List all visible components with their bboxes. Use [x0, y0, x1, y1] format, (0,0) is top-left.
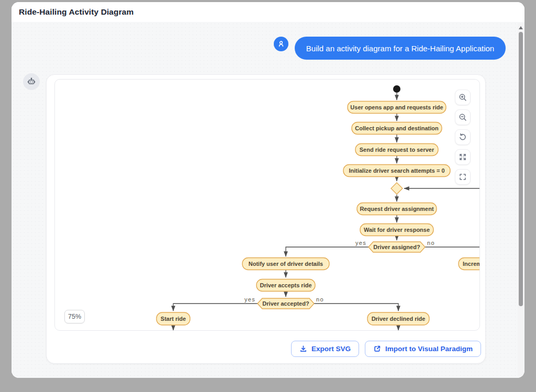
diagram-node-notify-user-label: Notify user of driver details	[249, 261, 323, 267]
scrollbar-thumb[interactable]	[519, 32, 523, 306]
user-chat-bubble: Build an activity diagram for a Ride-Hai…	[295, 37, 506, 60]
diagram-node-request-assignment-label: Request driver assignment	[360, 206, 434, 212]
user-avatar	[274, 37, 288, 51]
diagram-node-user-opens-app-label: User opens app and requests ride	[350, 104, 443, 110]
fullscreen-button[interactable]	[455, 169, 471, 185]
expand-button[interactable]	[455, 149, 471, 165]
diagram-card: User opens app and requests rideCollect …	[46, 74, 486, 364]
activity-diagram: User opens app and requests rideCollect …	[55, 80, 480, 331]
title-bar: Ride-Hailing Activity Diagram	[12, 2, 524, 22]
zoom-in-icon	[459, 93, 467, 102]
page-title: Ride-Hailing Activity Diagram	[19, 7, 133, 17]
diagram-node-driver-accepted-label: Driver accepted?	[262, 300, 309, 307]
import-visual-paradigm-button[interactable]: Import to Visual Paradigm	[365, 341, 481, 357]
zoom-out-icon	[459, 113, 467, 121]
person-icon	[277, 40, 285, 48]
download-icon	[299, 345, 307, 353]
diagram-node-start	[393, 85, 400, 93]
edge-label: no	[316, 296, 324, 303]
diagram-node-start-ride-label: Start ride	[161, 316, 186, 322]
import-visual-paradigm-label: Import to Visual Paradigm	[385, 345, 473, 353]
export-svg-label: Export SVG	[311, 345, 351, 353]
diagram-canvas[interactable]: User opens app and requests rideCollect …	[54, 79, 480, 331]
diagram-node-collect-pickup-label: Collect pickup and destination	[355, 125, 439, 131]
diagram-node-merge	[391, 183, 403, 194]
fullscreen-icon	[459, 173, 467, 181]
diagram-edge	[314, 304, 398, 311]
scrollbar-up-arrow-icon[interactable]	[519, 26, 523, 29]
diagram-node-wait-response-label: Wait for driver response	[364, 227, 430, 233]
external-link-icon	[373, 345, 381, 353]
diagram-node-driver-accepts-label: Driver accepts ride	[260, 282, 311, 288]
card-actions: Export SVG Import to Visual Paradigm	[47, 341, 481, 357]
reset-view-icon	[459, 133, 467, 141]
edge-label: yes	[355, 240, 366, 246]
chat-scroll-area: Build an activity diagram for a Ride-Hai…	[12, 22, 524, 378]
app-window: Ride-Hailing Activity Diagram Build an a…	[12, 2, 524, 378]
diagram-edge	[173, 304, 258, 311]
diagram-node-send-request-label: Send ride request to server	[360, 147, 434, 153]
assistant-avatar	[23, 73, 40, 90]
vertical-scrollbar[interactable]	[518, 23, 524, 376]
reset-view-button[interactable]	[455, 129, 471, 145]
zoom-level-badge: 75%	[64, 310, 85, 323]
diagram-node-driver-declined-label: Driver declined ride	[372, 316, 426, 322]
zoom-out-button[interactable]	[455, 109, 471, 125]
diagram-node-driver-assigned-label: Driver assigned?	[373, 244, 420, 250]
edge-label: yes	[244, 296, 255, 303]
edge-label: no	[427, 240, 435, 246]
expand-icon	[459, 153, 467, 161]
robot-icon	[27, 77, 36, 86]
export-svg-button[interactable]: Export SVG	[291, 341, 359, 357]
canvas-toolbar	[455, 89, 471, 185]
diagram-node-init-attempts-label: Initialize driver search attempts = 0	[349, 167, 444, 174]
zoom-in-button[interactable]	[455, 89, 471, 105]
diagram-node-increment-attempts-label: Increment	[463, 261, 480, 267]
diagram-edge	[286, 247, 368, 256]
